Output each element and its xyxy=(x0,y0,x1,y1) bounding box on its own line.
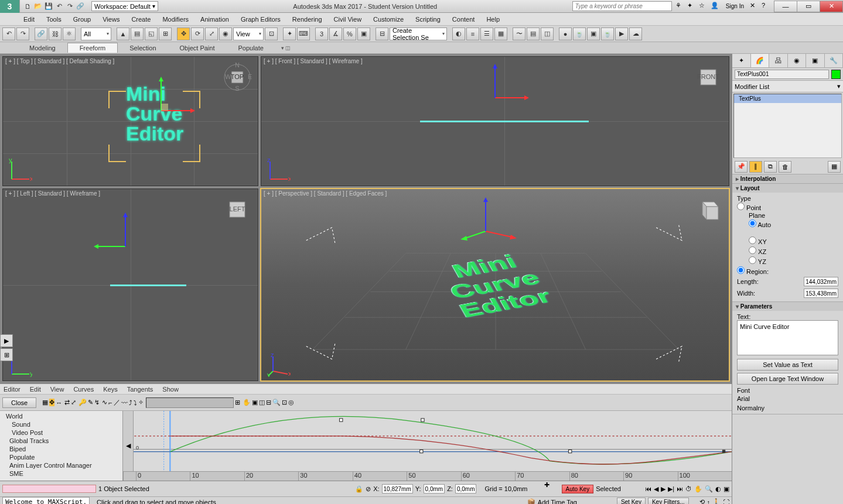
tree-globaltracks[interactable]: Global Tracks xyxy=(2,437,120,445)
nav-fov-icon[interactable]: ◐ xyxy=(715,485,721,493)
isolate-icon[interactable]: ⊘ xyxy=(366,485,371,493)
layout-point-radio[interactable]: Point xyxy=(737,202,838,212)
graph-scroll-left[interactable]: ◀ xyxy=(123,411,134,481)
menu-rendering[interactable]: Rendering xyxy=(292,16,322,23)
pivot-button[interactable]: ⊡ xyxy=(265,28,278,40)
ce-addkey-icon[interactable]: 🔑 xyxy=(79,399,87,406)
add-time-tag-button[interactable]: Add Time Tag xyxy=(538,499,577,505)
curve-editor-graph[interactable]: ◀ 0 10 20 30 40 50 60 70 80 90 100 xyxy=(123,411,732,481)
move-gizmo-icon[interactable] xyxy=(90,211,161,282)
goto-start-icon[interactable]: ⏮ xyxy=(645,485,651,492)
maxscript-output[interactable]: Welcome to MAXScript. xyxy=(2,497,90,504)
object-color-swatch[interactable] xyxy=(831,70,841,79)
nav-dolly-icon[interactable]: ↕ xyxy=(707,499,711,505)
open-large-text-button[interactable]: Open Large Text Window xyxy=(737,373,838,385)
refcoord-dropdown[interactable]: View xyxy=(233,28,264,40)
undo-icon[interactable]: ↶ xyxy=(54,1,64,12)
ce-isolate-icon[interactable]: ◎ xyxy=(288,399,294,406)
ce-reduce-icon[interactable]: ↯ xyxy=(94,399,100,406)
scene-explorer-toggle[interactable]: ▶ xyxy=(0,334,13,347)
ce-tangent-step-icon[interactable]: ⌐ xyxy=(108,399,112,406)
placement-button[interactable]: ◉ xyxy=(219,28,232,40)
viewport-perspective[interactable]: [ + ] [ Perspective ] [ Standard ] [ Edg… xyxy=(261,188,729,381)
prev-frame-icon[interactable]: ◀ xyxy=(654,485,658,493)
rotate-button[interactable]: ⟳ xyxy=(191,28,204,40)
maximize-button[interactable]: ▭ xyxy=(797,1,820,12)
ce-move-keys-icon[interactable]: ✥ xyxy=(49,399,54,406)
ce-tangent-smooth-icon[interactable]: 〰 xyxy=(121,399,128,406)
curve-editor-button[interactable]: 〜 xyxy=(513,28,525,40)
time-tag-icon[interactable]: 📦 xyxy=(527,498,535,504)
layout-auto-radio[interactable]: Auto xyxy=(749,219,838,229)
viewport-layout-button[interactable]: ⊞ xyxy=(0,348,13,361)
ce-menu-show[interactable]: Show xyxy=(162,386,179,393)
menu-edit[interactable]: Edit xyxy=(23,16,35,23)
menu-content[interactable]: Content xyxy=(452,16,475,23)
redo-button[interactable]: ↷ xyxy=(16,28,29,40)
spinner-snap-button[interactable]: ▣ xyxy=(357,28,370,40)
key-filters-button[interactable]: Key Filters... xyxy=(648,498,689,504)
maxscript-mini-listener[interactable] xyxy=(2,485,96,493)
window-crossing-button[interactable]: ⊞ xyxy=(159,28,172,40)
tree-videopost[interactable]: Video Post xyxy=(2,428,120,437)
material-editor-button[interactable]: ● xyxy=(559,28,572,40)
menu-help[interactable]: Help xyxy=(486,16,500,23)
unlink-button[interactable]: ⛓ xyxy=(49,28,62,40)
panel-tab-utilities[interactable]: 🔧 xyxy=(825,54,844,67)
manipulate-button[interactable]: ✦ xyxy=(283,28,296,40)
ce-pan-icon[interactable]: ✋ xyxy=(243,399,251,406)
move-button[interactable]: ✥ xyxy=(177,28,190,40)
panel-tab-hierarchy[interactable]: 品 xyxy=(769,54,788,67)
workspace-dropdown[interactable]: Workspace: Default ▾ xyxy=(91,1,158,11)
nav-orbit-icon[interactable]: ⟲ xyxy=(699,498,705,504)
nav-max-icon[interactable]: ⛶ xyxy=(723,499,729,505)
redo-icon[interactable]: ↷ xyxy=(64,1,75,12)
coord-x-input[interactable]: 10,827mm xyxy=(382,484,413,493)
font-style-dropdown[interactable]: Normalny xyxy=(737,404,838,412)
coord-z-input[interactable]: 0,0mm xyxy=(455,484,477,493)
app-logo[interactable]: 3 xyxy=(0,0,20,13)
set-value-as-text-button[interactable]: Set Value as Text xyxy=(737,359,838,371)
coord-y-input[interactable]: 0,0mm xyxy=(424,484,445,493)
menu-scripting[interactable]: Scripting xyxy=(415,16,441,23)
menu-tools[interactable]: Tools xyxy=(46,16,62,23)
stack-item-textplus[interactable]: TextPlus xyxy=(734,94,841,103)
nav-walk-icon[interactable]: 🚶 xyxy=(712,498,721,504)
ribbon-populate[interactable]: Populate xyxy=(226,43,275,53)
menu-group[interactable]: Group xyxy=(73,16,91,23)
font-name-dropdown[interactable]: Arial xyxy=(737,395,838,402)
layout-length-input[interactable]: 144,032mm xyxy=(804,277,838,286)
link-icon[interactable]: 🔗 xyxy=(75,1,86,12)
ce-timeline-slider[interactable] xyxy=(146,397,234,408)
panel-tab-display[interactable]: ▣ xyxy=(806,54,825,67)
ce-menu-view[interactable]: View xyxy=(50,386,64,393)
rollout-layout-header[interactable]: Layout xyxy=(732,184,843,193)
move-gizmo-icon[interactable] xyxy=(460,63,530,133)
show-end-result-icon[interactable]: ∥ xyxy=(749,161,762,173)
layout-yz-radio[interactable]: YZ xyxy=(749,256,838,266)
new-icon[interactable]: 🗋 xyxy=(22,1,33,12)
viewcube-front[interactable]: FRONT xyxy=(694,63,723,92)
scale-button[interactable]: ⤢ xyxy=(205,28,218,40)
curve-editor-close-button[interactable]: Close xyxy=(2,397,36,408)
menu-civil-view[interactable]: Civil View xyxy=(334,16,361,23)
viewport-front[interactable]: [ + ] [ Front ] [ Standard ] [ Wireframe… xyxy=(261,56,729,186)
ce-menu-edit[interactable]: Edit xyxy=(30,386,41,393)
bind-button[interactable]: ⚛ xyxy=(63,28,76,40)
close-button[interactable]: ✕ xyxy=(820,1,843,12)
user-icon[interactable]: 👤 xyxy=(711,2,720,11)
close-help-icon[interactable]: ✕ xyxy=(750,2,759,11)
ce-tangent-linear-icon[interactable]: ／ xyxy=(114,398,120,407)
play-icon[interactable]: ▶ xyxy=(661,485,665,493)
ribbon-expand-icon[interactable]: ▾ ◫ xyxy=(281,45,291,51)
rendered-frame-button[interactable]: ▣ xyxy=(587,28,600,40)
viewcube-top[interactable]: TOPNSWE xyxy=(223,63,252,92)
dope-sheet-button[interactable]: ▤ xyxy=(527,28,540,40)
layers-button[interactable]: ☰ xyxy=(480,28,493,40)
ce-menu-keys[interactable]: Keys xyxy=(103,386,117,393)
ce-draw-icon[interactable]: ✎ xyxy=(88,399,93,406)
ce-menu-tangents[interactable]: Tangents xyxy=(127,386,153,393)
help-icon[interactable]: ? xyxy=(762,2,771,11)
angle-snap-button[interactable]: ∡ xyxy=(329,28,342,40)
ce-slide-icon[interactable]: ⇄ xyxy=(64,399,70,406)
